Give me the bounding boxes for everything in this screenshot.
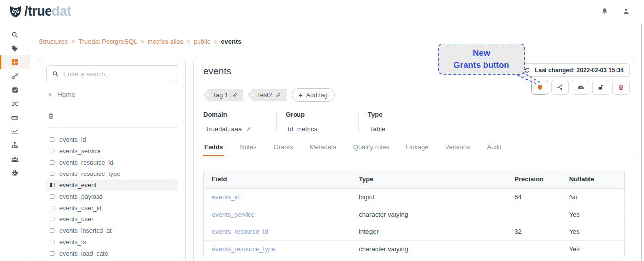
table-cell: character varying — [351, 206, 506, 223]
field-name-link[interactable]: events_service — [204, 206, 351, 223]
sidebar-item-user-groups[interactable] — [0, 152, 30, 166]
field-list-item[interactable]: events_load_date — [46, 248, 178, 259]
table-row: events_resource_idinteger32Yes — [204, 223, 624, 240]
tab-grants[interactable]: Grants — [273, 143, 294, 156]
tab-fields[interactable]: Fields — [203, 143, 224, 156]
meta-domain: Domain Truedat, aaa — [203, 111, 276, 132]
field-list-item[interactable]: events_user_id — [46, 202, 178, 214]
table-cell: integer — [351, 223, 506, 240]
field-item-label: events_inserted_at — [59, 227, 112, 234]
breadcrumb-link[interactable]: public — [194, 38, 210, 45]
page: /truedat — [0, 0, 644, 261]
field-item-label: events_user — [59, 216, 93, 223]
table-columns-icon — [49, 216, 55, 222]
breadcrumb-link[interactable]: Truedat PostgreSQL — [78, 38, 137, 45]
domain-label: Domain — [203, 111, 276, 118]
add-tag-button[interactable]: + Add tag — [292, 88, 334, 102]
tag-chip[interactable]: Tag 1 — [203, 89, 243, 101]
table-header: FieldTypePrecisionNullable — [204, 170, 624, 188]
last-changed-label: Last changed: 2022-02-03 15:34 — [535, 67, 624, 74]
home-link[interactable]: « Home — [48, 90, 178, 98]
link-icon[interactable] — [275, 92, 281, 98]
edit-pencil-icon[interactable] — [246, 126, 252, 132]
breadcrumb-link[interactable]: Structures — [39, 38, 68, 45]
fields-table: FieldTypePrecisionNullable events_idbigi… — [203, 170, 625, 258]
divider — [46, 127, 178, 128]
field-name-link[interactable]: events_resource_id — [204, 223, 351, 240]
root-structure-label: _ — [59, 113, 63, 120]
field-item-label: events_user_id — [59, 205, 101, 212]
sidebar-item-settings[interactable] — [0, 166, 30, 180]
group-value: td_metrics — [288, 125, 317, 132]
sidebar-item-dashboards[interactable] — [0, 125, 30, 138]
field-list-item[interactable]: events_event — [46, 179, 178, 191]
field-list-item[interactable]: events_service — [46, 145, 178, 157]
sidebar-item-search[interactable] — [0, 28, 30, 42]
breadcrumb-link[interactable]: metrics alias — [148, 38, 183, 45]
table-columns-icon — [49, 250, 55, 257]
field-list-item[interactable]: events_resource_type — [46, 168, 178, 179]
field-list-item[interactable]: events_user — [46, 214, 178, 225]
field-list-item[interactable]: events_id — [46, 134, 178, 145]
tab-quality-rules[interactable]: Quality rules — [352, 143, 390, 156]
field-name-link[interactable]: events_resource_type — [204, 240, 351, 258]
tab-notes[interactable]: Notes — [239, 143, 258, 156]
field-list-item[interactable]: events_ts — [46, 236, 178, 248]
table-columns-icon — [49, 148, 55, 154]
field-item-label: events_event — [59, 182, 96, 189]
search-icon — [11, 31, 19, 39]
key-icon — [11, 72, 19, 80]
truedat-logo[interactable]: /truedat — [9, 5, 71, 18]
field-name-link[interactable]: events_id — [204, 188, 351, 206]
table-cell — [506, 240, 561, 258]
sidebar-item-structures[interactable] — [0, 55, 30, 69]
table-row: events_idbigint64No — [204, 188, 624, 206]
scrollbar-edge[interactable] — [641, 23, 642, 261]
share-button[interactable] — [551, 80, 569, 95]
tab-versions[interactable]: Versions — [445, 143, 471, 156]
column-header: Nullable — [561, 170, 624, 188]
table-cell — [506, 206, 561, 223]
meta-group: Group td_metrics — [276, 111, 358, 132]
sidebar-item-permissions[interactable] — [0, 69, 30, 83]
lock-button[interactable] — [592, 80, 609, 95]
sidebar-item-lineage[interactable] — [0, 97, 30, 111]
sidebar-item-tags[interactable] — [0, 42, 30, 55]
search-input[interactable] — [63, 70, 172, 78]
field-list-item[interactable]: events_inserted_at — [46, 225, 178, 236]
type-value: Table — [370, 125, 385, 132]
field-list-item[interactable]: events_resource_id — [46, 157, 178, 168]
bell-icon[interactable] — [601, 7, 609, 15]
field-item-label: events_resource_type — [59, 171, 120, 177]
sidebar-item-rules[interactable] — [0, 83, 30, 97]
tag-label: Test2 — [257, 92, 272, 99]
root-structure-item[interactable]: _ — [48, 112, 178, 121]
link-icon[interactable] — [232, 92, 238, 98]
breadcrumb-current: events — [221, 38, 241, 45]
tab-linkage[interactable]: Linkage — [405, 143, 430, 156]
type-label: Type — [368, 111, 467, 118]
tag-chip[interactable]: Test2 — [248, 89, 287, 101]
field-item-label: events_payload — [59, 193, 103, 200]
sitemap-icon — [11, 141, 19, 149]
field-item-label: events_load_date — [59, 250, 108, 257]
field-item-label: events_id — [59, 136, 86, 143]
meta-type: Type Table — [358, 111, 467, 132]
gear-icon — [11, 169, 19, 177]
group-label: Group — [286, 111, 358, 118]
user-icon[interactable] — [622, 7, 630, 15]
divider — [46, 105, 178, 105]
tab-metadata[interactable]: Metadata — [309, 143, 338, 156]
sidebar — [0, 24, 30, 261]
trash-icon — [617, 84, 625, 91]
sidebar-item-sources[interactable] — [0, 111, 30, 125]
field-list-item[interactable]: events_payload — [46, 191, 178, 202]
field-list: events_id events_service events_resource… — [46, 134, 178, 259]
tab-audit[interactable]: Audit — [486, 143, 502, 156]
delete-button[interactable] — [612, 80, 630, 95]
column-header: Field — [204, 170, 351, 188]
dashboard-button[interactable] — [572, 80, 589, 95]
chart-line-icon — [11, 128, 19, 135]
sidebar-item-hierarchy[interactable] — [0, 138, 30, 152]
breadcrumb-separator: > — [141, 38, 144, 45]
